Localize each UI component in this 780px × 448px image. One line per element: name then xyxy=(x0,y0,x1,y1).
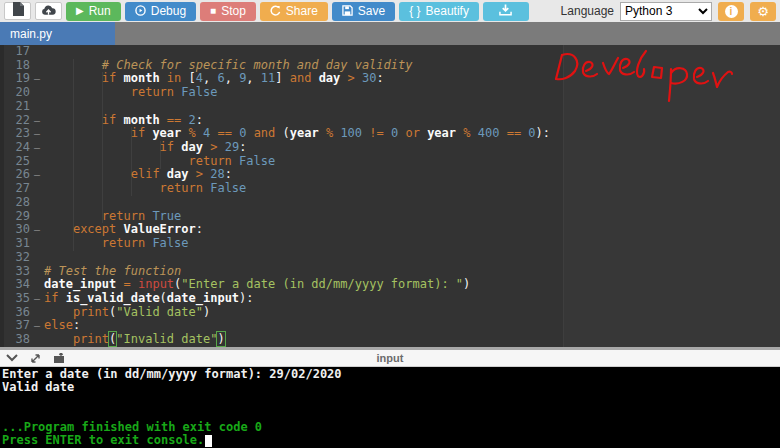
debug-label: Debug xyxy=(151,4,186,18)
share-button[interactable]: Share xyxy=(260,2,328,21)
save-icon xyxy=(342,5,353,18)
line-number[interactable]: 38 xyxy=(0,333,30,347)
console-line: Press ENTER to exit console. xyxy=(2,434,780,447)
line-number[interactable]: 18 xyxy=(0,59,30,73)
code-token: , xyxy=(203,71,217,85)
code-token: and xyxy=(290,71,312,85)
line-number[interactable]: 19 xyxy=(0,72,30,86)
info-icon: i xyxy=(725,5,738,18)
code-line[interactable]: 33# Test the function xyxy=(0,265,780,279)
console-collapse-button[interactable] xyxy=(6,354,18,362)
code-token: if xyxy=(44,291,58,305)
line-number[interactable]: 37 xyxy=(0,319,30,333)
line-number[interactable]: 28 xyxy=(0,196,30,210)
code-line[interactable]: 21 xyxy=(0,100,780,114)
code-line[interactable]: 23‒ if year % 4 == 0 and (year % 100 != … xyxy=(0,127,780,141)
download-button[interactable] xyxy=(483,2,529,21)
code-line[interactable]: 20 return False xyxy=(0,86,780,100)
line-number[interactable]: 21 xyxy=(0,100,30,114)
code-line[interactable]: 35‒if is_valid_date(date_input): xyxy=(0,292,780,306)
code-token: return xyxy=(102,236,145,250)
line-number[interactable]: 33 xyxy=(0,265,30,279)
fold-marker-icon[interactable]: ‒ xyxy=(30,223,44,237)
run-button[interactable]: ▶ Run xyxy=(66,2,121,21)
code-line[interactable]: 22‒ if month == 2: xyxy=(0,114,780,128)
line-number[interactable]: 29 xyxy=(0,210,30,224)
settings-button[interactable]: ⚙ xyxy=(750,2,776,21)
fold-marker-icon[interactable]: ‒ xyxy=(30,141,44,155)
code-line[interactable]: 27 return False xyxy=(0,182,780,196)
code-line[interactable]: 32 xyxy=(0,251,780,265)
code-token xyxy=(44,71,102,85)
code-token: 400 xyxy=(478,126,500,140)
fold-marker-icon[interactable]: ‒ xyxy=(30,292,44,306)
code-line[interactable]: 34date_input = input("Enter a date (in d… xyxy=(0,278,780,292)
debug-button[interactable]: Debug xyxy=(125,2,196,21)
code-line[interactable]: 38 print("Invalid date") xyxy=(0,333,780,347)
code-token: return xyxy=(160,181,203,195)
code-token: day xyxy=(319,71,341,85)
stop-button[interactable]: ■ Stop xyxy=(200,2,256,21)
code-token: date_input xyxy=(44,277,116,291)
line-number[interactable]: 24 xyxy=(0,141,30,155)
fold-marker-icon[interactable]: ‒ xyxy=(30,72,44,86)
line-number[interactable]: 26 xyxy=(0,168,30,182)
info-button[interactable]: i xyxy=(718,2,744,21)
file-icon xyxy=(12,2,24,20)
beautify-button[interactable]: { } Beautify xyxy=(399,2,479,21)
code-line[interactable]: 26‒ elif day > 28: xyxy=(0,168,780,182)
line-number[interactable]: 36 xyxy=(0,306,30,320)
code-line[interactable]: 25 return False xyxy=(0,155,780,169)
code-line[interactable]: 30‒ except ValueError: xyxy=(0,223,780,237)
console-output[interactable]: Enter a date (in dd/mm/yyyy format): 29/… xyxy=(0,367,780,448)
language-label: Language xyxy=(561,4,614,18)
code-line[interactable]: 36 print("Valid date") xyxy=(0,306,780,320)
code-token: 11 xyxy=(261,71,275,85)
code-token: return xyxy=(102,209,145,223)
code-line[interactable]: 31 return False xyxy=(0,237,780,251)
line-number[interactable]: 27 xyxy=(0,182,30,196)
code-line[interactable]: 17 xyxy=(0,45,780,59)
code-editor[interactable]: 1718 # Check for specific month and day … xyxy=(0,45,780,347)
line-number[interactable]: 20 xyxy=(0,86,30,100)
fold-marker-icon[interactable]: ‒ xyxy=(30,168,44,182)
code-line[interactable]: 24‒ if day > 29: xyxy=(0,141,780,155)
fold-marker-icon[interactable]: ‒ xyxy=(30,127,44,141)
new-file-button[interactable] xyxy=(4,2,31,20)
code-token: > xyxy=(348,71,355,85)
code-token: except xyxy=(73,222,116,236)
tab-main-py[interactable]: main.py xyxy=(0,22,115,45)
expand-icon xyxy=(30,353,41,364)
code-token xyxy=(340,71,347,85)
ide-window: ▶ Run Debug ■ Stop Share Save { } xyxy=(0,0,780,448)
language-select[interactable]: Python 3 xyxy=(620,2,712,21)
save-button[interactable]: Save xyxy=(332,2,395,21)
code-token xyxy=(181,126,188,140)
code-line[interactable]: 28 xyxy=(0,196,780,210)
code-line[interactable]: 18 # Check for specific month and day va… xyxy=(0,59,780,73)
line-number[interactable]: 22 xyxy=(0,114,30,128)
stop-icon: ■ xyxy=(210,6,216,16)
tab-bar: main.py xyxy=(0,22,780,45)
code-line[interactable]: 19‒ if month in [4, 6, 9, 11] and day > … xyxy=(0,72,780,86)
code-token xyxy=(44,305,73,319)
fold-marker-icon[interactable]: ‒ xyxy=(30,319,44,333)
line-number[interactable]: 32 xyxy=(0,251,30,265)
line-number[interactable]: 35 xyxy=(0,292,30,306)
code-token: ( xyxy=(160,291,167,305)
code-token xyxy=(44,236,102,250)
code-line[interactable]: 29 return True xyxy=(0,210,780,224)
line-number[interactable]: 30 xyxy=(0,223,30,237)
code-token: year xyxy=(427,126,456,140)
line-number[interactable]: 31 xyxy=(0,237,30,251)
line-number[interactable]: 17 xyxy=(0,45,30,59)
fold-marker-icon[interactable]: ‒ xyxy=(30,114,44,128)
console-expand-button[interactable] xyxy=(30,353,41,364)
upload-button[interactable] xyxy=(35,2,62,20)
code-token: != xyxy=(369,126,383,140)
console-keyboard-button[interactable] xyxy=(53,353,66,364)
line-number[interactable]: 25 xyxy=(0,155,30,169)
code-token: month xyxy=(123,113,159,127)
line-number[interactable]: 23 xyxy=(0,127,30,141)
line-number[interactable]: 34 xyxy=(0,278,30,292)
